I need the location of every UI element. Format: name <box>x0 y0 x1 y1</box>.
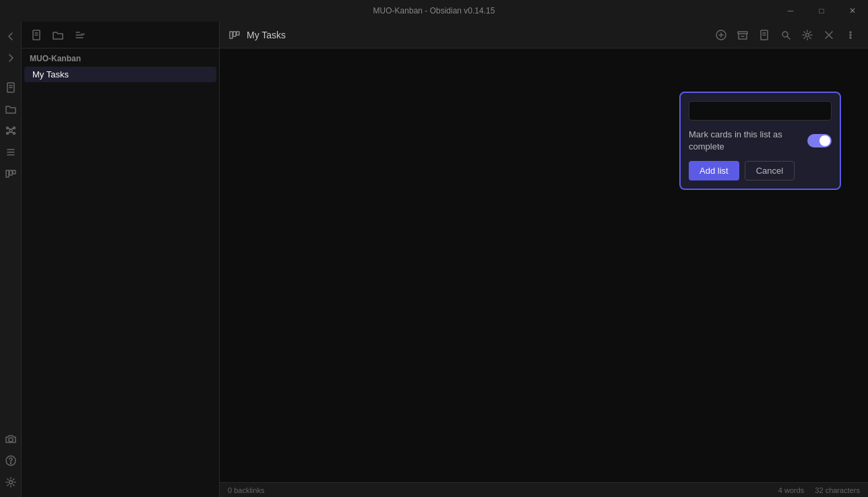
svg-point-20 <box>10 463 11 464</box>
camera-rail-icon[interactable] <box>1 430 20 449</box>
kanban-page-icon <box>228 28 241 42</box>
mark-complete-toggle[interactable] <box>807 134 832 147</box>
new-file-rail-icon[interactable] <box>1 78 20 97</box>
kanban-rail-icon[interactable] <box>1 164 20 183</box>
graph-rail-icon[interactable] <box>1 121 20 140</box>
cancel-button[interactable]: Cancel <box>745 161 795 180</box>
svg-point-46 <box>850 37 851 38</box>
close-button[interactable]: ✕ <box>837 0 868 22</box>
settings-rail-icon[interactable] <box>1 473 20 492</box>
canvas-area: Mark cards in this list as complete Add … <box>220 48 868 497</box>
new-file-button[interactable] <box>27 26 46 44</box>
main-toolbar: My Tasks <box>220 22 868 48</box>
sidebar: MUO-Kanban My Tasks <box>22 22 220 497</box>
page-title: My Tasks <box>247 30 286 40</box>
back-icon[interactable] <box>1 27 20 46</box>
search-toolbar-button[interactable] <box>776 26 795 44</box>
open-folder-rail-icon[interactable] <box>1 100 20 119</box>
window-controls: ─ □ ✕ <box>775 0 868 22</box>
svg-rect-34 <box>738 32 747 34</box>
help-rail-icon[interactable] <box>1 451 20 470</box>
add-list-button[interactable]: Add list <box>689 161 739 180</box>
sidebar-item-label: My Tasks <box>32 69 69 79</box>
new-note-toolbar-button[interactable] <box>755 26 774 44</box>
title-bar: MUO-Kanban - Obsidian v0.14.15 ─ □ ✕ <box>0 0 868 22</box>
window-title: MUO-Kanban - Obsidian v0.14.15 <box>373 6 495 15</box>
char-count: 32 characters <box>815 486 860 494</box>
backlinks-count: 0 backlinks <box>228 486 264 494</box>
popup-actions: Add list Cancel <box>689 161 832 180</box>
svg-rect-17 <box>13 170 16 174</box>
archive-toolbar-button[interactable] <box>733 26 752 44</box>
svg-point-41 <box>806 33 809 36</box>
svg-rect-28 <box>230 32 232 38</box>
status-right: 4 words 32 characters <box>778 486 860 494</box>
close-toolbar-button[interactable] <box>819 26 838 44</box>
sort-button[interactable] <box>70 26 89 44</box>
add-toolbar-button[interactable] <box>712 26 731 44</box>
toolbar-right-actions <box>712 26 860 44</box>
list-name-input[interactable] <box>689 101 832 121</box>
sidebar-item-my-tasks[interactable]: My Tasks <box>24 67 216 82</box>
forward-icon[interactable] <box>1 48 20 67</box>
svg-point-44 <box>850 32 851 33</box>
svg-rect-15 <box>6 170 9 177</box>
list-rail-icon[interactable] <box>1 143 20 162</box>
status-bar: 0 backlinks 4 words 32 characters <box>220 482 868 497</box>
app-layout: MUO-Kanban My Tasks My Tasks <box>0 22 868 497</box>
svg-rect-29 <box>233 32 236 36</box>
icon-rail <box>0 22 22 497</box>
more-options-button[interactable] <box>841 26 860 44</box>
svg-point-18 <box>9 438 13 442</box>
settings-toolbar-button[interactable] <box>798 26 817 44</box>
minimize-button[interactable]: ─ <box>775 0 806 22</box>
svg-point-21 <box>9 481 12 484</box>
add-list-popup: Mark cards in this list as complete Add … <box>679 92 841 190</box>
toggle-knob <box>819 135 830 146</box>
svg-rect-30 <box>237 32 239 35</box>
maximize-button[interactable]: □ <box>806 0 837 22</box>
sidebar-toolbar <box>22 22 219 48</box>
mark-complete-label: Mark cards in this list as complete <box>689 129 802 153</box>
word-count: 4 words <box>778 486 805 494</box>
sidebar-section-header: MUO-Kanban <box>22 48 219 66</box>
new-folder-button[interactable] <box>49 26 67 44</box>
svg-rect-16 <box>9 170 12 175</box>
mark-complete-row: Mark cards in this list as complete <box>689 129 832 153</box>
svg-point-45 <box>850 34 851 36</box>
svg-line-40 <box>787 36 790 39</box>
main-content: My Tasks <box>220 22 868 497</box>
